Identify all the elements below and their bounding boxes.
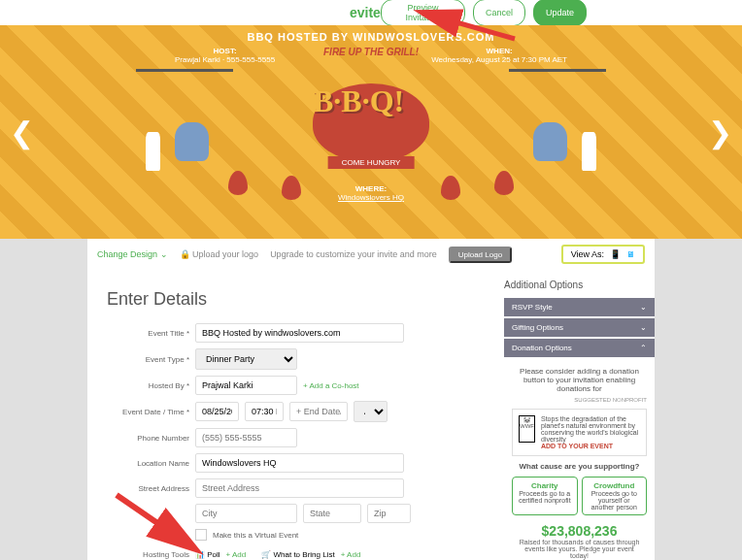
view-as-toggle: View As: 📱 🖥 <box>561 245 645 264</box>
hero-banner: ❮ ❯ BBQ HOSTED BY WINDWOSLOVERS.COM HOST… <box>0 25 742 239</box>
host-value: Prawjal Karki · 555-555-5555 <box>175 55 275 64</box>
mobile-view-icon[interactable]: 📱 <box>610 249 621 259</box>
end-date-input[interactable] <box>289 402 348 421</box>
virtual-event-label: Make this a Virtual Event <box>213 531 298 540</box>
city-input[interactable] <box>195 504 297 523</box>
cause-question: What cause are you supporting? <box>512 462 647 471</box>
state-input[interactable] <box>303 504 361 523</box>
event-type-label: Event Type * <box>107 355 189 364</box>
street-label: Street Address <box>107 484 189 493</box>
poll-label: Poll <box>207 550 219 559</box>
update-button[interactable]: Update <box>533 0 587 26</box>
preview-invitation-button[interactable]: Preview Invitation <box>381 0 465 26</box>
street-input[interactable] <box>195 478 404 498</box>
hero-next-arrow[interactable]: ❯ <box>708 115 732 149</box>
hosted-by-input[interactable] <box>195 376 297 395</box>
bring-label: What to Bring List <box>274 550 335 559</box>
raised-amount: $23,808,236 <box>512 523 647 539</box>
add-bring-link[interactable]: + Add <box>341 550 361 559</box>
wwf-description: Stops the degradation of the planet's na… <box>541 415 640 443</box>
pig-graphic: B·B·Q! COME HUNGRY <box>313 83 429 161</box>
gifting-options-accordion[interactable]: Gifting Options⌄ <box>504 318 655 337</box>
charity-option[interactable]: Charity Proceeds go to a certified nonpr… <box>512 477 578 515</box>
timezone-select[interactable]: AET <box>354 401 388 422</box>
change-design-link[interactable]: Change Design ⌄ <box>97 249 168 259</box>
rsvp-style-accordion[interactable]: RSVP Style⌄ <box>504 298 655 316</box>
virtual-event-checkbox[interactable] <box>195 529 207 541</box>
phone-input[interactable] <box>195 428 297 447</box>
desktop-view-icon[interactable]: 🖥 <box>626 249 635 259</box>
chevron-down-icon: ⌄ <box>640 303 647 312</box>
when-label: WHEN: <box>431 47 567 55</box>
crowdfund-option[interactable]: Crowdfund Proceeds go to yourself or ano… <box>582 477 648 515</box>
where-label: WHERE: <box>0 184 742 193</box>
view-as-label: View As: <box>571 249 604 259</box>
date-input[interactable] <box>195 402 239 421</box>
event-title-label: Event Title * <box>107 329 189 338</box>
bbq-text: B·B·Q! <box>313 83 404 119</box>
evite-logo: evite <box>350 5 381 20</box>
location-input[interactable] <box>195 453 404 473</box>
host-label: HOST: <box>175 47 275 55</box>
upload-logo-text: 🔒 Upload your logo <box>180 249 259 259</box>
event-type-select[interactable]: Dinner Party <box>195 348 297 370</box>
event-title-input[interactable] <box>195 323 404 343</box>
additional-options-heading: Additional Options <box>504 280 655 290</box>
where-value[interactable]: Windowslovers HQ <box>0 193 742 202</box>
upload-logo-button[interactable]: Upload Logo <box>449 247 512 263</box>
wwf-logo: 🐼WWF <box>519 415 535 443</box>
raised-text: Raised for thousands of causes through e… <box>512 539 647 559</box>
add-cohost-link[interactable]: + Add a Co-host <box>303 381 359 390</box>
phone-label: Phone Number <box>107 434 189 443</box>
hero-prev-arrow[interactable]: ❮ <box>10 115 34 149</box>
hosted-by-label: Hosted By * <box>107 381 189 390</box>
cancel-button[interactable]: Cancel <box>473 0 525 26</box>
fire-up-grill-text: FIRE UP THE GRILL! <box>323 47 419 57</box>
upgrade-text: Upgrade to customize your invite and mor… <box>270 249 437 259</box>
time-input[interactable] <box>245 402 284 421</box>
chevron-down-icon: ⌄ <box>640 323 647 332</box>
add-to-event-link[interactable]: ADD TO YOUR EVENT <box>541 443 640 449</box>
suggested-label: SUGGESTED NONPROFIT <box>512 397 647 403</box>
donation-options-accordion[interactable]: Donation Options⌃ <box>504 339 655 357</box>
when-value: Wednesday, August 25 at 7:30 PM AET <box>431 55 567 64</box>
come-hungry-banner: COME HUNGRY <box>328 156 415 169</box>
hero-event-title: BBQ HOSTED BY WINDWOSLOVERS.COM <box>0 31 742 43</box>
location-label: Location Name <box>107 459 189 468</box>
enter-details-heading: Enter Details <box>107 289 485 310</box>
add-poll-link[interactable]: + Add <box>226 550 247 559</box>
chevron-up-icon: ⌃ <box>640 344 647 352</box>
zip-input[interactable] <box>367 504 411 523</box>
event-date-label: Event Date / Time * <box>107 408 189 416</box>
donation-prompt: Please consider adding a donation button… <box>512 367 647 393</box>
hosting-tools-label: Hosting Tools <box>107 550 189 559</box>
